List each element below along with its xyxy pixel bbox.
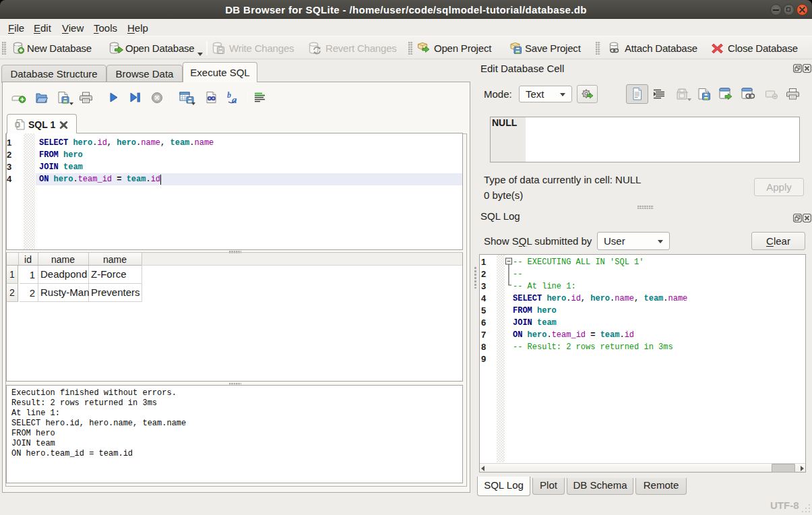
svg-text:b: b — [227, 91, 231, 100]
